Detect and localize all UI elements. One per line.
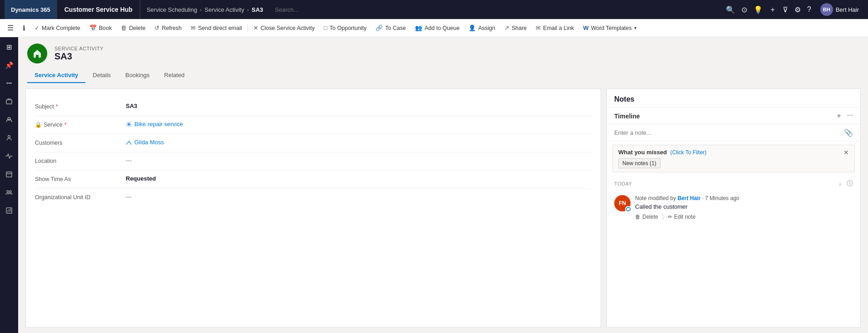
assign-button[interactable]: 👤 Assign bbox=[464, 19, 500, 37]
form-row-subject: Subject * SA3 bbox=[35, 98, 592, 116]
location-label: Location bbox=[35, 157, 126, 164]
sort-down-icon[interactable]: ↓ bbox=[838, 180, 842, 188]
add-icon[interactable]: ＋ bbox=[769, 5, 776, 15]
settings-circle-icon[interactable]: ⊙ bbox=[741, 5, 747, 14]
form-row-customers: Customers Gilda Moss bbox=[35, 134, 592, 152]
svg-point-4 bbox=[7, 191, 9, 192]
sidebar-item-home[interactable]: ⊞ bbox=[1, 39, 17, 55]
share-icon: ↗ bbox=[504, 24, 509, 31]
mark-complete-button[interactable]: ✓ Mark Complete bbox=[30, 19, 85, 37]
sidebar-item-reports[interactable] bbox=[1, 202, 17, 219]
svg-rect-3 bbox=[6, 172, 12, 177]
sidebar-item-cases[interactable] bbox=[1, 93, 17, 110]
help-icon[interactable]: ? bbox=[807, 5, 811, 14]
word-templates-button[interactable]: W Word Templates ▾ bbox=[578, 19, 641, 37]
top-nav-icons: 🔍 ⊙ 💡 ＋ ⊽ ⚙ ? bbox=[721, 5, 816, 15]
assign-icon: 👤 bbox=[469, 24, 476, 31]
calendar-icon: 📅 bbox=[89, 24, 97, 31]
refresh-icon: ↺ bbox=[154, 24, 159, 31]
timeline-meta: Note modified by Bert Hair · 7 Minutes a… bbox=[635, 195, 853, 201]
to-case-button[interactable]: 🔗 To Case bbox=[371, 19, 410, 37]
timeline-entry-actions: 🗑 Delete ✏ Edit note bbox=[635, 214, 853, 220]
timeline-date-icons: ↓ ⓘ bbox=[838, 180, 853, 188]
tab-service-activity[interactable]: Service Activity bbox=[27, 68, 85, 83]
sidebar-item-activities[interactable] bbox=[1, 148, 17, 164]
sidebar-item-more[interactable]: ••• bbox=[1, 75, 17, 92]
opportunity-icon: □ bbox=[324, 24, 327, 31]
delete-note-button[interactable]: 🗑 Delete bbox=[635, 214, 658, 220]
email-a-link-button[interactable]: ✉ Email a Link bbox=[531, 19, 578, 37]
tl-divider bbox=[663, 214, 663, 220]
breadcrumb-service-activity[interactable]: Service Activity bbox=[205, 6, 244, 13]
record-name: SA3 bbox=[54, 51, 104, 62]
info-icon: ℹ bbox=[23, 24, 25, 32]
timeline-entry: FN Note modified by Bert Hair · 7 Minute… bbox=[614, 191, 853, 224]
notes-header: Notes bbox=[607, 89, 860, 108]
breadcrumb-service-scheduling[interactable]: Service Scheduling bbox=[147, 6, 197, 13]
attach-icon[interactable]: 📎 bbox=[844, 128, 853, 137]
missed-banner: What you missed (Click To Filter) New no… bbox=[612, 145, 855, 172]
new-notes-badge[interactable]: New notes (1) bbox=[618, 158, 661, 168]
pencil-icon: ✏ bbox=[668, 214, 672, 220]
timeline-label: Timeline bbox=[614, 113, 640, 120]
notes-title: Notes bbox=[614, 95, 853, 103]
customers-link[interactable]: Gilda Moss bbox=[126, 139, 592, 146]
timeline-more-icon[interactable]: ··· bbox=[847, 111, 853, 121]
add-to-queue-button[interactable]: 👥 Add to Queue bbox=[410, 19, 464, 37]
record-header: SERVICE ACTIVITY SA3 bbox=[18, 37, 868, 64]
cmd-divider-1 bbox=[247, 24, 248, 33]
delete-button[interactable]: 🗑 Delete bbox=[116, 19, 150, 37]
record-title-block: SERVICE ACTIVITY SA3 bbox=[54, 46, 104, 62]
svg-rect-11 bbox=[627, 208, 630, 211]
breadcrumb-sa3[interactable]: SA3 bbox=[252, 6, 263, 13]
missed-banner-close[interactable]: ✕ bbox=[843, 149, 849, 156]
click-to-filter[interactable]: (Click To Filter) bbox=[671, 149, 707, 156]
edit-note-button[interactable]: ✏ Edit note bbox=[668, 214, 695, 220]
tab-details[interactable]: Details bbox=[85, 68, 118, 83]
trash-note-icon: 🗑 bbox=[635, 214, 641, 220]
hamburger-menu[interactable]: ☰ bbox=[3, 19, 18, 37]
sidebar-item-calendar[interactable] bbox=[1, 166, 17, 182]
missed-content: What you missed (Click To Filter) New no… bbox=[618, 149, 706, 168]
tab-bookings[interactable]: Bookings bbox=[118, 68, 157, 83]
d365-logo[interactable]: Dynamics 365 bbox=[5, 0, 57, 19]
filter-icon[interactable]: ⊽ bbox=[783, 5, 788, 14]
gear-icon[interactable]: ⚙ bbox=[794, 5, 801, 14]
timeline-add-icon[interactable]: ＋ bbox=[835, 111, 843, 121]
sidebar-item-contacts[interactable] bbox=[1, 130, 17, 146]
timeline-section: TODAY ↓ ⓘ FN bbox=[607, 176, 860, 225]
org-unit-value: --- bbox=[126, 193, 592, 200]
share-button[interactable]: ↗ Share bbox=[500, 19, 531, 37]
email-link-icon: ✉ bbox=[536, 24, 541, 31]
tab-related[interactable]: Related bbox=[157, 68, 192, 83]
refresh-button[interactable]: ↺ Refresh bbox=[150, 19, 186, 37]
missed-title: What you missed (Click To Filter) bbox=[618, 149, 706, 156]
app-name[interactable]: Customer Service Hub bbox=[57, 0, 140, 19]
sidebar: ⊞ 📌 ••• bbox=[0, 37, 18, 333]
main-layout: ⊞ 📌 ••• SERVI bbox=[0, 37, 868, 333]
record-icon bbox=[27, 44, 47, 64]
lightbulb-icon[interactable]: 💡 bbox=[754, 5, 763, 14]
timeline-actions: ＋ ··· bbox=[835, 111, 853, 121]
sidebar-item-pinned[interactable]: 📌 bbox=[1, 57, 17, 73]
service-link[interactable]: Bike repair service bbox=[126, 121, 592, 127]
search-icon[interactable]: 🔍 bbox=[726, 5, 735, 14]
timeline-time: 7 Minutes ago bbox=[705, 195, 739, 201]
info-circle-icon[interactable]: ⓘ bbox=[847, 180, 853, 188]
sidebar-item-accounts[interactable] bbox=[1, 112, 17, 128]
timeline-avatar: FN bbox=[614, 195, 631, 211]
show-time-as-value: Requested bbox=[126, 175, 592, 182]
info-button[interactable]: ℹ bbox=[18, 19, 30, 37]
book-button[interactable]: 📅 Book bbox=[85, 19, 117, 37]
sidebar-item-teams[interactable] bbox=[1, 184, 17, 201]
search-input[interactable] bbox=[275, 6, 343, 13]
to-opportunity-button[interactable]: □ To Opportunity bbox=[319, 19, 371, 37]
user-menu[interactable]: BH Bert Hair bbox=[816, 3, 863, 16]
case-icon: 🔗 bbox=[375, 24, 383, 31]
customers-label: Customers bbox=[35, 139, 126, 146]
form-notes-layout: Subject * SA3 🔒 Service * B bbox=[18, 83, 868, 333]
close-service-activity-button[interactable]: ✕ Close Service Activity bbox=[249, 19, 319, 37]
required-star: * bbox=[56, 103, 58, 110]
note-input[interactable] bbox=[614, 129, 844, 136]
send-direct-email-button[interactable]: ✉ Send direct email bbox=[186, 19, 247, 37]
